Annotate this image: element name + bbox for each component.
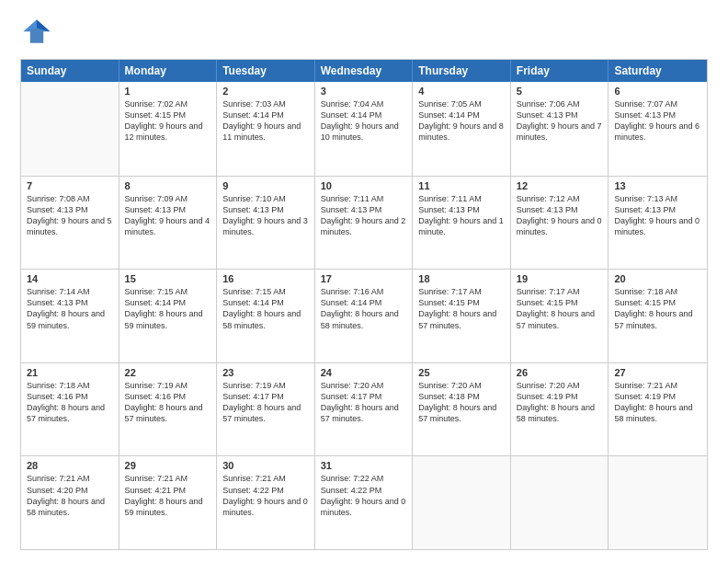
sunrise: Sunrise: 7:11 AM [418,194,482,203]
calendar-cell: 25Sunrise: 7:20 AMSunset: 4:18 PMDayligh… [413,363,511,456]
day-number: 4 [418,86,505,97]
sunrise: Sunrise: 7:06 AM [517,99,580,109]
daylight: Daylight: 9 hours and 5 minutes. [27,216,112,236]
calendar-cell: 16Sunrise: 7:15 AMSunset: 4:14 PMDayligh… [217,270,315,362]
day-number: 24 [321,367,407,378]
calendar-cell: 31Sunrise: 7:22 AMSunset: 4:22 PMDayligh… [315,456,414,549]
sunset: Sunset: 4:13 PM [125,205,187,214]
daylight: Daylight: 9 hours and 0 minutes. [222,497,308,517]
daylight: Daylight: 8 hours and 57 minutes. [418,309,496,329]
day-number: 18 [418,273,505,284]
sunset: Sunset: 4:15 PM [125,110,187,120]
daylight: Daylight: 8 hours and 59 minutes. [125,309,203,329]
calendar-week: 28Sunrise: 7:21 AMSunset: 4:20 PMDayligh… [21,455,707,549]
calendar-header-day: Friday [511,60,609,82]
calendar-cell: 29Sunrise: 7:21 AMSunset: 4:21 PMDayligh… [119,456,218,549]
sunset: Sunset: 4:13 PM [222,205,284,214]
calendar-cell: 18Sunrise: 7:17 AMSunset: 4:15 PMDayligh… [413,270,511,362]
calendar-week: 21Sunrise: 7:18 AMSunset: 4:16 PMDayligh… [21,362,707,456]
sunrise: Sunrise: 7:07 AM [614,99,677,109]
sunset: Sunset: 4:13 PM [27,205,88,214]
daylight: Daylight: 8 hours and 57 minutes. [517,309,595,329]
calendar-cell: 12Sunrise: 7:12 AMSunset: 4:13 PMDayligh… [511,177,609,270]
daylight: Daylight: 8 hours and 58 minutes. [321,309,399,329]
daylight: Daylight: 8 hours and 58 minutes. [27,497,105,517]
calendar-header-day: Tuesday [217,60,315,82]
day-number: 29 [125,460,211,471]
day-number: 1 [125,86,211,97]
day-number: 22 [125,367,211,378]
day-number: 27 [614,367,701,378]
calendar-week: 7Sunrise: 7:08 AMSunset: 4:13 PMDaylight… [21,176,707,270]
sunset: Sunset: 4:13 PM [418,205,480,214]
sunrise: Sunrise: 7:15 AM [222,287,286,296]
calendar-cell: 13Sunrise: 7:13 AMSunset: 4:13 PMDayligh… [609,177,707,270]
day-number: 13 [614,180,701,191]
day-number: 10 [321,180,407,191]
daylight: Daylight: 8 hours and 57 minutes. [125,403,203,423]
sunset: Sunset: 4:13 PM [27,298,88,307]
calendar-cell [609,456,707,549]
calendar-week: 1Sunrise: 7:02 AMSunset: 4:15 PMDaylight… [21,82,707,176]
sunrise: Sunrise: 7:21 AM [614,381,677,390]
day-number: 8 [125,180,211,191]
calendar-cell: 11Sunrise: 7:11 AMSunset: 4:13 PMDayligh… [413,177,511,270]
sunset: Sunset: 4:14 PM [321,298,382,307]
calendar-cell: 22Sunrise: 7:19 AMSunset: 4:16 PMDayligh… [119,363,218,456]
sunrise: Sunrise: 7:04 AM [321,99,384,109]
sunrise: Sunrise: 7:17 AM [418,287,482,296]
sunset: Sunset: 4:13 PM [321,205,382,214]
daylight: Daylight: 8 hours and 59 minutes. [125,497,203,517]
sunrise: Sunrise: 7:21 AM [125,474,188,483]
sunrise: Sunrise: 7:16 AM [321,287,384,296]
calendar-cell: 26Sunrise: 7:20 AMSunset: 4:19 PMDayligh… [511,363,609,456]
sunset: Sunset: 4:14 PM [222,298,284,307]
sunset: Sunset: 4:20 PM [27,486,88,495]
sunset: Sunset: 4:19 PM [614,392,676,401]
daylight: Daylight: 9 hours and 4 minutes. [125,216,210,236]
calendar-cell: 23Sunrise: 7:19 AMSunset: 4:17 PMDayligh… [217,363,315,456]
sunrise: Sunrise: 7:17 AM [517,287,580,296]
calendar: SundayMondayTuesdayWednesdayThursdayFrid… [20,59,708,550]
sunrise: Sunrise: 7:20 AM [321,381,384,390]
daylight: Daylight: 8 hours and 58 minutes. [517,403,595,423]
daylight: Daylight: 8 hours and 57 minutes. [321,403,399,423]
daylight: Daylight: 9 hours and 10 minutes. [321,121,399,142]
sunset: Sunset: 4:16 PM [27,392,88,401]
calendar-cell: 8Sunrise: 7:09 AMSunset: 4:13 PMDaylight… [119,177,218,270]
sunrise: Sunrise: 7:14 AM [27,287,90,296]
sunset: Sunset: 4:14 PM [125,298,187,307]
daylight: Daylight: 8 hours and 58 minutes. [222,309,301,329]
calendar-cell: 24Sunrise: 7:20 AMSunset: 4:17 PMDayligh… [315,363,414,456]
calendar-header-day: Saturday [609,60,707,82]
sunrise: Sunrise: 7:22 AM [321,474,384,483]
sunrise: Sunrise: 7:19 AM [222,381,286,390]
header [20,17,708,50]
sunrise: Sunrise: 7:09 AM [125,194,188,203]
daylight: Daylight: 8 hours and 57 minutes. [222,403,301,423]
day-number: 21 [27,367,113,378]
daylight: Daylight: 9 hours and 0 minutes. [321,497,406,517]
logo [20,17,57,50]
calendar-cell: 15Sunrise: 7:15 AMSunset: 4:14 PMDayligh… [119,270,218,362]
sunset: Sunset: 4:22 PM [222,486,284,495]
daylight: Daylight: 9 hours and 0 minutes. [517,216,602,236]
daylight: Daylight: 9 hours and 7 minutes. [517,121,602,142]
calendar-header-day: Sunday [21,60,119,82]
calendar-cell: 6Sunrise: 7:07 AMSunset: 4:13 PMDaylight… [609,82,707,176]
sunrise: Sunrise: 7:21 AM [27,474,90,483]
calendar-cell: 30Sunrise: 7:21 AMSunset: 4:22 PMDayligh… [217,456,315,549]
calendar-header-day: Thursday [413,60,511,82]
sunset: Sunset: 4:13 PM [614,205,676,214]
sunset: Sunset: 4:21 PM [125,486,187,495]
daylight: Daylight: 9 hours and 0 minutes. [614,216,700,236]
day-number: 5 [517,86,603,97]
daylight: Daylight: 9 hours and 1 minute. [418,216,504,236]
sunset: Sunset: 4:13 PM [614,110,676,120]
sunset: Sunset: 4:13 PM [517,205,578,214]
sunset: Sunset: 4:14 PM [222,110,284,120]
page: SundayMondayTuesdayWednesdayThursdayFrid… [0,0,728,563]
sunset: Sunset: 4:14 PM [321,110,382,120]
daylight: Daylight: 9 hours and 2 minutes. [321,216,406,236]
day-number: 14 [27,273,113,284]
